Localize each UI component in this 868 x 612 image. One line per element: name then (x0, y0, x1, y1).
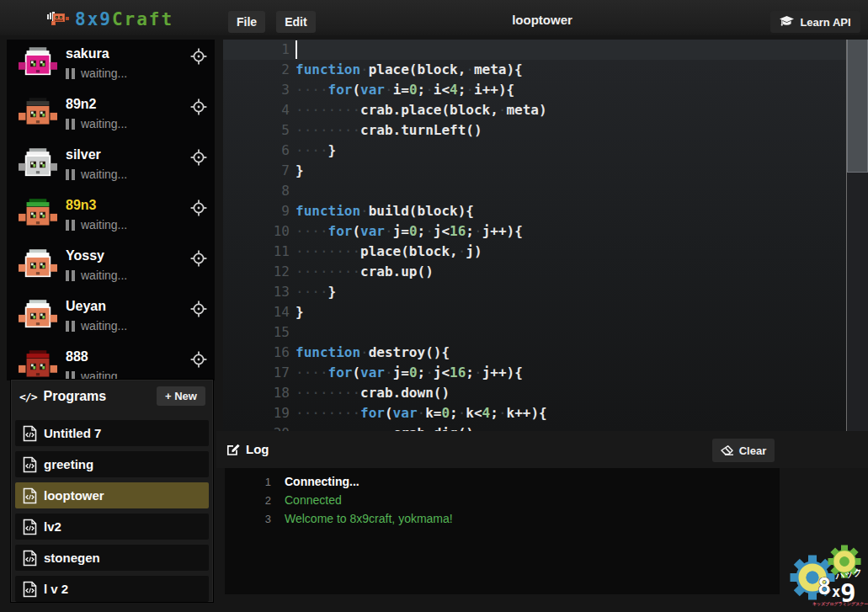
clear-button-label: Clear (739, 444, 767, 457)
code-token: crab.dig() (393, 425, 474, 431)
code-line: 10····for(var·j=0;·j<16;·j++){ (223, 221, 868, 242)
code-icon: </> (19, 391, 36, 403)
player-status: waiting... (66, 269, 127, 282)
whitespace-dots: · (425, 82, 434, 98)
code-line-text: ········crab.place(block,·meta) (296, 100, 846, 120)
code-token: k= (425, 405, 441, 421)
code-token: ; (466, 223, 474, 239)
player-row[interactable]: 89n3 waiting... (7, 191, 215, 242)
crosshair-icon[interactable] (190, 351, 207, 368)
player-avatar-icon (19, 249, 57, 287)
whitespace-dots: ········ (296, 102, 360, 118)
line-number: 5 (223, 120, 292, 141)
code-token: ( (352, 365, 360, 381)
crosshair-icon[interactable] (190, 250, 207, 267)
code-editor[interactable]: 12function·place(block,·meta){3····for(v… (223, 40, 868, 431)
code-token: j< (434, 223, 450, 239)
crosshair-icon[interactable] (190, 301, 207, 317)
program-item[interactable]: l v 2 (15, 576, 209, 602)
editor-scrollbar-thumb[interactable] (847, 40, 868, 173)
editor-scrollbar[interactable] (846, 40, 868, 431)
logo-text-8x9: 8x9 (75, 9, 112, 29)
file-menu-button[interactable]: File (228, 11, 265, 33)
code-token: } (328, 284, 337, 300)
line-number: 19 (223, 403, 292, 423)
player-row[interactable]: Ueyan waiting... (7, 292, 215, 343)
app-logo: 8x9Craft (46, 7, 173, 32)
log-output: 1 Connecting... 2 Connected 3 Welcome to… (225, 468, 780, 594)
crosshair-icon[interactable] (190, 98, 207, 115)
log-line-number: 1 (225, 475, 271, 488)
code-line-text: function·place(block,·meta){ (296, 60, 846, 80)
whitespace-dots: ···· (296, 284, 328, 300)
log-title-label: Log (246, 442, 269, 456)
code-line-text: ········place(block,·j) (296, 242, 846, 262)
code-line-text: ····for(var·j=0;·j<16;·j++){ (296, 221, 846, 242)
player-avatar-icon (19, 98, 57, 136)
code-token: meta) (506, 102, 546, 118)
player-row[interactable]: 888 waiting... (7, 343, 215, 381)
line-number: 1 (223, 40, 292, 60)
graduation-cap-icon (780, 16, 794, 28)
code-line: 4········crab.place(block,·meta) (223, 100, 868, 120)
code-line: 15 (223, 322, 868, 343)
code-line: 7} (223, 161, 868, 181)
player-row[interactable]: silver waiting... (7, 141, 215, 191)
code-line: 9function·build(block){ (223, 201, 868, 221)
code-token: 4 (450, 82, 458, 98)
whitespace-dots: · (385, 223, 393, 239)
player-name: 89n3 (66, 198, 96, 213)
code-token: j) (466, 243, 482, 259)
code-token: ( (352, 82, 360, 98)
code-token: 0 (409, 82, 418, 98)
player-row[interactable]: sakura waiting... (7, 40, 215, 90)
line-number: 16 (223, 343, 292, 363)
whitespace-dots: · (360, 344, 369, 360)
edit-menu-button[interactable]: Edit (276, 11, 315, 33)
new-program-button[interactable]: + New (157, 386, 205, 406)
whitespace-dots: · (425, 365, 434, 381)
code-line-text: ········crab.up() (296, 262, 846, 282)
crosshair-icon[interactable] (190, 48, 207, 65)
code-token: j= (393, 223, 409, 239)
log-row: 2 Connected (225, 493, 780, 512)
crosshair-icon[interactable] (190, 200, 207, 216)
code-token: crab.place(block, (360, 102, 498, 118)
program-item[interactable]: Untitled 7 (15, 420, 209, 446)
program-item[interactable]: greeting (15, 451, 209, 477)
brand-text-x: x (832, 583, 840, 600)
code-line-text: function·build(block){ (296, 201, 846, 221)
code-token: j++){ (482, 365, 523, 381)
player-status-text: waiting... (81, 168, 127, 181)
player-list: sakura waiting... 89n2 waiting... (7, 40, 215, 381)
code-token: function (296, 61, 360, 77)
log-line-number: 3 (225, 512, 271, 525)
line-number: 7 (223, 161, 292, 181)
program-item[interactable]: lv2 (15, 514, 209, 540)
player-row[interactable]: Yossy waiting... (7, 242, 215, 292)
code-token: destroy(){ (369, 344, 450, 360)
player-row[interactable]: 89n2 waiting... (7, 90, 215, 141)
code-token: 16 (450, 365, 466, 381)
whitespace-dots: · (498, 405, 507, 421)
learn-api-button[interactable]: Learn API (770, 11, 860, 33)
program-item[interactable]: looptower (15, 482, 209, 508)
log-line-text: Connecting... (285, 475, 359, 488)
program-name: greeting (44, 457, 93, 471)
programs-title-label: Programs (43, 389, 106, 404)
code-line: 11········place(block,·j) (223, 242, 868, 262)
line-number: 12 (223, 262, 292, 282)
code-line: 13····} (223, 282, 868, 302)
program-item[interactable]: stonegen (15, 545, 209, 571)
whitespace-dots: · (425, 223, 434, 239)
code-line: 6····} (223, 141, 868, 161)
programs-panel: </> Programs + New Untitled 7 greeting (10, 379, 214, 603)
crosshair-icon[interactable] (190, 149, 207, 166)
clear-log-button[interactable]: Clear (712, 439, 775, 462)
code-token: 0 (409, 365, 418, 381)
code-token: j++){ (482, 223, 523, 239)
log-line-text: Connected (285, 493, 342, 507)
player-status: waiting... (66, 319, 127, 333)
player-status-text: waiting... (81, 67, 127, 80)
whitespace-dots: ···· (296, 365, 328, 381)
